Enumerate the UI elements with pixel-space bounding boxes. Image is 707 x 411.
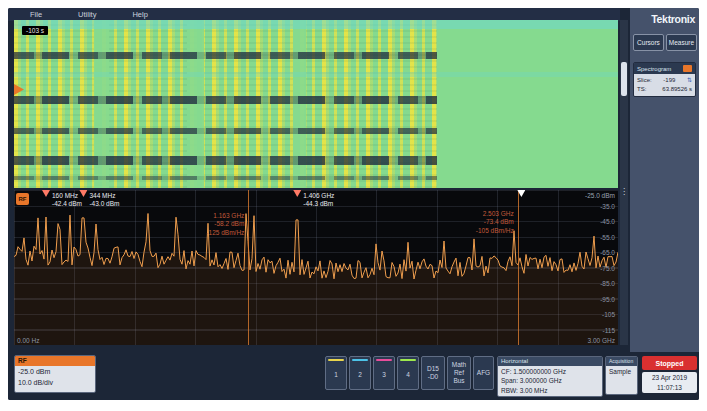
spectrogram-activity-region — [14, 20, 437, 188]
bottom-status-bar: RF -25.0 dBm 10.0 dB/div 1 2 3 4 D15 -D0… — [8, 352, 699, 400]
spectrogram-streak — [14, 128, 437, 134]
spectrogram-panel[interactable]: Spectrogram Slice: -199 ⇅ TS: 63.89526 s — [633, 62, 696, 97]
freq-end-label: 3.00 GHz — [588, 337, 615, 344]
acquisition-mode: Sample — [606, 366, 637, 394]
tektronix-logo: Tektronix — [651, 13, 695, 25]
slice-spinner[interactable]: ⇅ — [687, 76, 692, 85]
freq-start-label: 0.00 Hz — [17, 337, 39, 344]
horizontal-settings-panel[interactable]: Horizontal CF: 1.500000000 GHz Span: 3.0… — [497, 356, 603, 397]
ts-value: 63.89526 s — [662, 85, 692, 94]
right-sidebar: Tektronix Cursors Measure Spectrogram Sl… — [630, 8, 699, 352]
y-axis-tick: -65.0 — [600, 249, 615, 256]
spectrogram-top-band — [14, 20, 618, 29]
channel-3-button[interactable]: 3 — [373, 356, 395, 390]
peak-marker-readout: 160 MHz -42.4 dBm — [52, 192, 82, 209]
spectrogram-streak — [14, 176, 437, 180]
horizontal-panel-title: Horizontal — [498, 357, 602, 366]
rf-scale: 10.0 dB/div — [18, 378, 92, 389]
spectrogram-time-readout: -103 s — [22, 26, 48, 35]
y-axis-tick: -75.0 — [600, 265, 615, 272]
math-ref-bus-button[interactable]: Math Ref Bus — [447, 356, 471, 390]
drag-handle-icon[interactable]: ⋮ — [620, 188, 628, 196]
datetime-readout: 23 Apr 2019 11:07:13 — [642, 372, 697, 393]
y-axis-tick: -95.0 — [600, 296, 615, 303]
rf-ref-level: -25.0 dBm — [18, 367, 92, 378]
rf-badge-title: RF — [15, 356, 95, 366]
cursor-readout: 2.503 GHz -73.4 dBm -105 dBm/Hz — [476, 210, 514, 235]
peak-marker-readout: 1.406 GHz -44.3 dBm — [303, 192, 334, 209]
y-axis-tick: -55.0 — [600, 234, 615, 241]
measure-button[interactable]: Measure — [666, 34, 697, 51]
rbw-readout: RBW: 3.00 MHz — [501, 386, 599, 395]
channel-2-button[interactable]: 2 — [349, 356, 371, 390]
spectrogram-display[interactable]: -103 s — [14, 20, 618, 188]
y-axis-tick: -45.0 — [600, 218, 615, 225]
spectrum-trace — [14, 190, 618, 345]
acquisition-panel[interactable]: Acquisition Sample — [605, 356, 638, 395]
menu-utility[interactable]: Utility — [78, 10, 96, 19]
run-stop-status[interactable]: Stopped — [642, 356, 697, 370]
slice-value: -199 — [663, 76, 675, 85]
cursor-line-a[interactable] — [248, 190, 249, 345]
scope-screen: File Utility Help -103 s 160 MHz -42.4 d… — [8, 8, 699, 400]
amplitude-top-label: -25.0 dBm — [585, 192, 615, 199]
spectrogram-panel-icon — [683, 65, 692, 72]
cursors-button[interactable]: Cursors — [633, 34, 664, 51]
y-axis-tick: -115 — [602, 327, 615, 334]
channel-1-button[interactable]: 1 — [325, 356, 347, 390]
rf-trace-handle[interactable]: RF — [16, 193, 29, 205]
y-axis-tick: -105 — [602, 311, 615, 318]
spectrogram-panel-title: Spectrogram — [637, 66, 671, 72]
acquisition-panel-title: Acquisition — [606, 357, 637, 366]
span-readout: Span: 3.000000 GHz — [501, 376, 599, 385]
spectrogram-cyan-band — [14, 72, 618, 77]
date-readout: 23 Apr 2019 — [642, 373, 697, 383]
menu-help[interactable]: Help — [132, 10, 147, 19]
spectrogram-streak — [14, 96, 437, 104]
ts-label: TS: — [637, 85, 646, 94]
channel-4-button[interactable]: 4 — [397, 356, 419, 390]
peak-marker-readout: 344 MHz -43.0 dBm — [89, 192, 119, 209]
cursor-readout: 1.163 GHz -58.2 dBm -125 dBm/Hz — [206, 212, 244, 237]
scrollbar-thumb[interactable] — [621, 62, 627, 96]
y-axis-tick: -85.0 — [600, 280, 615, 287]
digital-channels-button[interactable]: D15 -D0 — [421, 356, 445, 390]
cursor-line-b[interactable] — [518, 190, 519, 345]
center-frequency-readout: CF: 1.500000000 GHz — [501, 367, 599, 376]
y-axis-tick: -35.0 — [600, 203, 615, 210]
spectrum-display[interactable]: 160 MHz -42.4 dBm 344 MHz -43.0 dBm 1.40… — [14, 190, 618, 345]
menu-file[interactable]: File — [30, 10, 42, 19]
spectrogram-streak — [14, 52, 437, 59]
afg-button[interactable]: AFG — [473, 356, 494, 390]
slice-label: Slice: — [637, 76, 652, 85]
time-readout: 11:07:13 — [642, 383, 697, 393]
spectrogram-streak — [14, 156, 437, 165]
rf-channel-badge[interactable]: RF -25.0 dBm 10.0 dB/div — [14, 355, 96, 393]
side-scrollbar[interactable]: ⋮ — [620, 20, 628, 345]
